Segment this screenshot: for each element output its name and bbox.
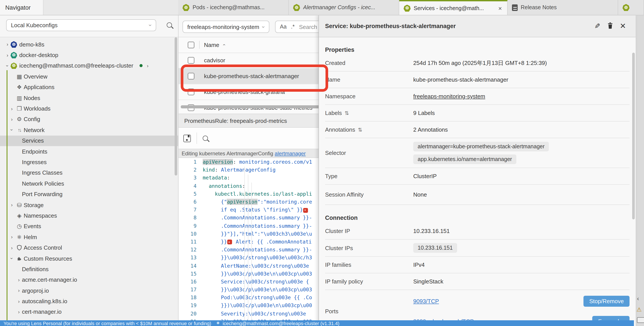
close-button[interactable]: ✕	[620, 21, 626, 30]
sidebar-item-workloads[interactable]: ›❒Workloads	[0, 103, 178, 114]
code-token: metadata	[203, 175, 227, 181]
document-icon	[512, 4, 518, 11]
row-checkbox[interactable]	[188, 57, 194, 64]
sidebar-item-argoproj-io[interactable]: ›argoproj.io	[0, 285, 178, 296]
sidebar-item-namespaces[interactable]: ◈Namespaces	[0, 210, 178, 221]
edit-button[interactable]: ✎	[595, 22, 600, 30]
detail-row-labels: Labels⇅9 Labels	[325, 105, 630, 122]
warning-icon[interactable]: ⚠	[636, 306, 642, 313]
column-header-name[interactable]: Name	[204, 42, 219, 48]
sidebar-item-helm[interactable]: ›⎈Helm	[0, 232, 178, 242]
breadcrumb-resource-link[interactable]: alertmanager	[274, 150, 306, 156]
editor-search-icon[interactable]	[203, 136, 208, 141]
close-icon[interactable]: ×	[498, 4, 503, 12]
sort-arrows-icon[interactable]: ⇅	[358, 126, 362, 133]
code-token: Pod:\u003c/strong\u003e {{ .Co	[221, 295, 312, 301]
detail-value: 10.233.16.151	[413, 228, 450, 234]
chevron-right-icon[interactable]: ›	[16, 298, 22, 304]
select-all-checkbox[interactable]	[188, 42, 194, 48]
code-token	[203, 207, 221, 213]
dock-item[interactable]	[637, 317, 644, 323]
sidebar-item-label: Endpoints	[22, 148, 48, 155]
line-number: 12	[178, 246, 203, 253]
sidebar-item-acme-cert-manager-io[interactable]: ›acme.cert-manager.io	[0, 274, 178, 285]
sidebar-item-storage[interactable]: ›⛁Storage	[0, 200, 178, 210]
sidebar-item-nodes[interactable]: ▥Nodes	[0, 92, 178, 103]
sidebar-item-port-forwarding[interactable]: Port Forwarding	[0, 189, 178, 200]
sidebar-item-ingress-classes[interactable]: Ingress Classes	[0, 168, 178, 178]
line-number: 6	[178, 199, 203, 205]
tab-pods[interactable]: ☸Pods - icecheng@mathmas...	[178, 0, 289, 15]
drawer-scrollbar[interactable]	[632, 53, 635, 220]
kubeconfig-select[interactable]: Local Kubeconfigs ›	[6, 19, 156, 31]
tab-alertmanager-configs[interactable]: ☸Alertmanager Configs - icec...	[289, 0, 399, 15]
tab-overflow-tab[interactable]: ☸	[618, 0, 644, 15]
code-token: :	[227, 175, 230, 181]
namespace-link[interactable]: freeleaps-monitoring-system	[413, 93, 485, 100]
chevron-right-icon[interactable]: ›	[16, 309, 22, 314]
document-tab-strip: ☸Pods - icecheng@mathmas...☸Alertmanager…	[178, 0, 644, 15]
sort-asc-icon: ›	[221, 44, 226, 46]
chevron-down-icon[interactable]: ›	[9, 255, 14, 262]
delete-button[interactable]	[607, 22, 613, 30]
detail-label: Ports	[325, 308, 413, 314]
collapse-chevron-icon[interactable]: ‹	[637, 295, 639, 302]
save-icon[interactable]	[183, 134, 191, 142]
detail-row-type: TypeClusterIP	[325, 168, 630, 185]
sidebar-item-custom-resources[interactable]: ›Custom Resources	[0, 253, 178, 264]
regex-toggle[interactable]: .*	[291, 24, 295, 30]
code-token: }})\u003c/p\u003e\n\u003cp\u00	[221, 302, 312, 309]
chevron-down-icon[interactable]: ›	[9, 127, 14, 133]
sidebar-item-access-control[interactable]: ›Access Control	[0, 242, 178, 253]
search-icon[interactable]	[167, 22, 172, 28]
sidebar-item-cert-manager-io[interactable]: ›cert-manager.io	[0, 307, 178, 318]
chevron-right-icon[interactable]: ›	[147, 63, 148, 68]
line-number: 14	[178, 262, 203, 269]
chevron-down-icon[interactable]: ›	[5, 63, 10, 69]
line-number: 10	[178, 231, 203, 237]
chevron-right-icon[interactable]: ›	[9, 117, 15, 122]
sidebar-item-services[interactable]: Services	[0, 135, 178, 146]
sidebar-item-config[interactable]: ›⚙Config	[0, 114, 178, 124]
chevron-right-icon[interactable]: ›	[4, 42, 10, 47]
sort-arrows-icon[interactable]: ⇅	[344, 110, 349, 116]
chevron-right-icon[interactable]: ›	[4, 52, 10, 58]
chevron-right-icon[interactable]: ›	[9, 106, 15, 111]
tab-release-notes[interactable]: Release Notes	[508, 0, 618, 15]
tab-navigator[interactable]: Navigator	[0, 0, 44, 15]
stop-remove-button[interactable]: Stop/Remove	[584, 296, 630, 306]
detail-label: Type	[325, 173, 413, 180]
line-number: 3	[178, 175, 203, 181]
namespace-select[interactable]: freeleaps-monitoring-system ›	[182, 20, 269, 33]
drawer-title: Service: kube-prometheus-stack-alertmana…	[325, 22, 456, 29]
sidebar-item-applications[interactable]: ❖Applications	[0, 82, 178, 92]
code-token: AlertName:\u003c/strong\u003e	[221, 262, 309, 269]
sidebar-item-demo-k8s[interactable]: ›☸demo-k8s	[0, 39, 178, 50]
sidebar-item-docker-desktop[interactable]: ›☸docker-desktop	[0, 50, 178, 60]
chevron-right-icon[interactable]: ›	[16, 277, 22, 282]
chevron-right-icon[interactable]: ›	[9, 202, 15, 208]
sidebar-item-label: docker-desktop	[19, 52, 58, 58]
chevron-right-icon[interactable]: ›	[9, 245, 15, 250]
sidebar-scrollbar[interactable]	[174, 37, 177, 176]
sidebar-item-network[interactable]: ›↑↓Network	[0, 124, 178, 135]
indent-guide	[248, 175, 248, 326]
detail-value: SingleStack	[413, 278, 443, 285]
sidebar-item-network-policies[interactable]: Network Policies	[0, 178, 178, 189]
chevron-right-icon[interactable]: ›	[9, 234, 15, 240]
sidebar-item-label: Port Forwarding	[22, 191, 62, 198]
sidebar-item-icecheng-mathmast-com-freeleaps-cluster[interactable]: ›☸icecheng@mathmast.com@freeleaps-cluste…	[0, 60, 178, 71]
match-case-toggle[interactable]: Aa	[280, 24, 287, 30]
chevron-right-icon[interactable]: ›	[16, 288, 22, 293]
section-title-connection: Connection	[325, 214, 630, 221]
port-link-9093-tcp[interactable]: 9093/TCP	[413, 298, 439, 304]
tab-services[interactable]: ☸Services - icecheng@math...×	[399, 0, 508, 15]
sidebar-item-definitions[interactable]: Definitions	[0, 264, 178, 274]
sidebar-item-ingresses[interactable]: Ingresses	[0, 157, 178, 168]
sidebar-item-overview[interactable]: ▦Overview	[0, 71, 178, 82]
code-token: if eq .Status \"firing\" }}	[221, 207, 303, 213]
kubernetes-icon: ☸	[10, 41, 17, 48]
sidebar-item-events[interactable]: ◷Events	[0, 221, 178, 232]
sidebar-item-endpoints[interactable]: Endpoints	[0, 146, 178, 157]
sidebar-item-autoscaling-k8s-io[interactable]: ›autoscaling.k8s.io	[0, 296, 178, 307]
